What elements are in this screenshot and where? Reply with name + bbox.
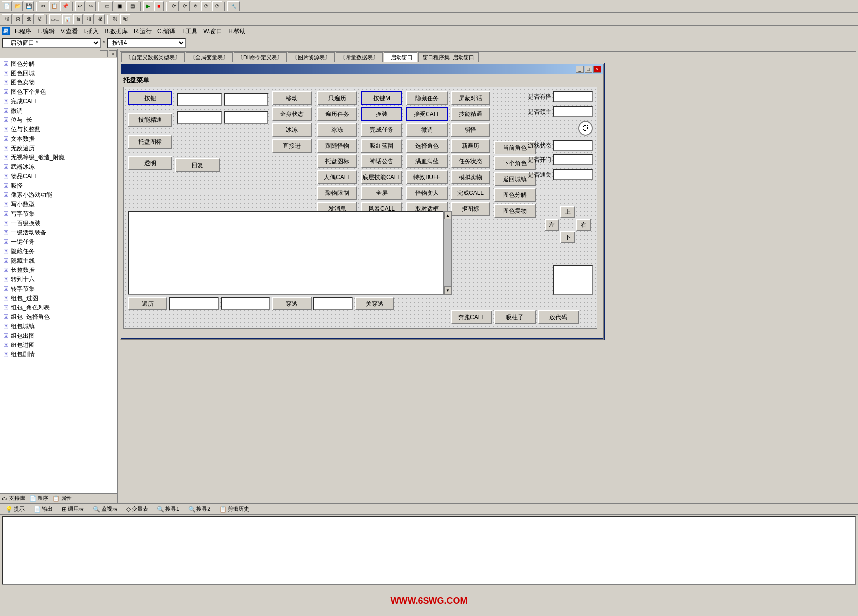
scroll-thumb[interactable]: [444, 219, 451, 286]
tree-item[interactable]: 回像素小游戏功能: [1, 191, 117, 200]
btn-jinshen[interactable]: 金身状态: [272, 107, 312, 121]
menu-insert[interactable]: I.插入: [80, 26, 102, 37]
bottom-tab-output[interactable]: 📄 输出: [30, 504, 56, 514]
menu-view[interactable]: V.查看: [58, 26, 80, 37]
tree-item[interactable]: 回组包_过图: [1, 294, 117, 303]
scroll-down-arrow[interactable]: ▼: [444, 286, 451, 294]
debug-btn1[interactable]: ⟳: [169, 1, 179, 11]
menu-file[interactable]: F.程序: [12, 26, 34, 37]
tree-item[interactable]: 回组包_选择角色: [1, 312, 117, 322]
debug-btn4[interactable]: ⟳: [201, 1, 211, 11]
btn-guanchuantou[interactable]: 关穿透: [355, 297, 394, 310]
open-btn[interactable]: 📂: [13, 1, 23, 11]
bottom-tab-search2[interactable]: 🔍 搜寻2: [185, 504, 214, 514]
btn-quanping[interactable]: 全屏: [361, 186, 402, 200]
nav-up-btn[interactable]: 上: [560, 206, 575, 218]
bottom-tab-search1[interactable]: 🔍 搜寻1: [154, 504, 183, 514]
tree-item[interactable]: 回隐藏任务: [1, 247, 117, 256]
btn-manlanblan[interactable]: 神话公告: [361, 154, 402, 168]
t2-btn10[interactable]: 制: [110, 14, 119, 24]
bottom-input2[interactable]: [221, 297, 270, 310]
t2-btn8[interactable]: 咱: [84, 14, 94, 24]
btn-juguoxianzhi[interactable]: 聚物限制: [317, 186, 357, 200]
bottom-tab-var[interactable]: ◇ 变量表: [123, 504, 152, 514]
save-btn[interactable]: 💾: [24, 1, 34, 11]
right-bottom-input[interactable]: [553, 265, 593, 295]
t2-btn4[interactable]: 站: [35, 14, 44, 24]
menu-window[interactable]: W.窗口: [200, 26, 225, 37]
new-btn[interactable]: 📄: [2, 1, 12, 11]
nav-down-btn[interactable]: 下: [560, 231, 575, 243]
btn-shenghuagao[interactable]: 托盘图标: [317, 154, 357, 168]
btn-guaiwubida[interactable]: 怪物变大: [406, 186, 448, 200]
btn-anjian[interactable]: 按钮: [128, 91, 172, 105]
form-btn3[interactable]: ▤: [126, 1, 138, 11]
btn-xihong[interactable]: 吸红蓝圈: [361, 139, 402, 153]
panel-close[interactable]: ×: [109, 50, 117, 57]
tree-area[interactable]: 回图色分解回图色回城回图色卖物回图色下个角色回完成CALL回微调回位与_长回位与…: [0, 58, 117, 493]
btn-anjianm[interactable]: 按键M: [361, 91, 402, 105]
btn-zhijiejin[interactable]: 直接进: [272, 139, 312, 153]
input3[interactable]: [177, 111, 222, 124]
t2-btn2[interactable]: 类: [13, 14, 23, 24]
t2-btn1[interactable]: 程: [2, 14, 12, 24]
tree-item[interactable]: 回隐藏主线: [1, 256, 117, 266]
btn-tusemai[interactable]: 图色卖物: [494, 204, 536, 218]
t2-btn11[interactable]: 昭: [120, 14, 130, 24]
btn-bingdong[interactable]: 冰冻: [272, 123, 312, 137]
window-selector[interactable]: _启动窗口 *: [2, 38, 101, 48]
tree-item[interactable]: 回位与_长: [1, 116, 117, 125]
cut-btn[interactable]: ✂: [39, 1, 48, 11]
btn-huifu[interactable]: 回复: [175, 158, 220, 172]
bottom-tab-monitor[interactable]: 🔍 监视表: [89, 504, 121, 514]
menu-tools[interactable]: T.工具: [178, 26, 200, 37]
tree-item[interactable]: 回组包剧情: [1, 350, 117, 359]
tab-program[interactable]: 📄 程序: [27, 494, 50, 503]
tree-item[interactable]: 回无敌遍历: [1, 144, 117, 153]
tree-item[interactable]: 回一级活动装备: [1, 228, 117, 237]
btn-move[interactable]: 移动: [272, 91, 312, 105]
win-close-btn[interactable]: ×: [593, 66, 601, 73]
tab-support[interactable]: 🗂 支持库: [0, 494, 27, 503]
menu-edit[interactable]: E.编辑: [34, 26, 57, 37]
tree-item[interactable]: 回组包出图: [1, 331, 117, 341]
nav-right-btn[interactable]: 右: [576, 219, 591, 231]
btn-fangdaima[interactable]: 放代码: [538, 310, 579, 324]
btn-xizhuzi[interactable]: 吸柱子: [494, 310, 536, 324]
btn-ruoguo[interactable]: 弱怪: [451, 123, 490, 137]
tree-item[interactable]: 回位与长整数: [1, 125, 117, 134]
tree-item[interactable]: 回物品CALL: [1, 172, 117, 181]
tree-item[interactable]: 回完成CALL: [1, 97, 117, 106]
tree-item[interactable]: 回图色回城: [1, 69, 117, 78]
debug-btn5[interactable]: ⟳: [212, 1, 222, 11]
t2-btn6[interactable]: 📊: [62, 14, 72, 24]
bottom-tab-call[interactable]: ⊞ 调用表: [58, 504, 87, 514]
tab-global-vars[interactable]: 〔全局变量表〕: [186, 52, 233, 62]
input4[interactable]: [224, 111, 268, 124]
t2-btn9[interactable]: 呢: [95, 14, 105, 24]
tree-item[interactable]: 回图色下个角色: [1, 87, 117, 97]
menu-run[interactable]: R.运行: [131, 26, 155, 37]
tree-item[interactable]: 回长整数据: [1, 266, 117, 275]
tongguan-input[interactable]: [553, 169, 593, 180]
tree-item[interactable]: 回无视等级_锻造_附魔: [1, 153, 117, 162]
tree-item[interactable]: 回一百级换装: [1, 219, 117, 228]
kaimen-input[interactable]: [553, 154, 593, 165]
tab-dll-cmds[interactable]: 〔Dll命令定义表〕: [234, 52, 287, 62]
tree-item[interactable]: 回文本数据: [1, 134, 117, 144]
youxi-input[interactable]: [553, 140, 593, 151]
btn-lishi2[interactable]: 遍历任务: [317, 107, 357, 121]
tree-item[interactable]: 回微调: [1, 106, 117, 116]
special-btn[interactable]: 🔧: [227, 1, 240, 11]
btn-pingdui[interactable]: 屏蔽对话: [451, 91, 490, 105]
btn-touming[interactable]: 透明: [128, 156, 172, 170]
btn-xinlishi[interactable]: 新遍历: [451, 139, 490, 153]
tab-const-data[interactable]: 〔常量数据表〕: [336, 52, 383, 62]
btn-yincang[interactable]: 隐藏任务: [406, 91, 448, 105]
debug-btn3[interactable]: ⟳: [191, 1, 200, 11]
tab-startup-win[interactable]: _启动窗口: [384, 52, 417, 62]
tree-item[interactable]: 回组包城镇: [1, 322, 117, 331]
tab-custom-types[interactable]: 〔自定义数据类型表〕: [121, 52, 185, 62]
tree-item[interactable]: 回写小数型: [1, 200, 117, 209]
btn-jinrujuese[interactable]: 满血满蓝: [406, 154, 448, 168]
